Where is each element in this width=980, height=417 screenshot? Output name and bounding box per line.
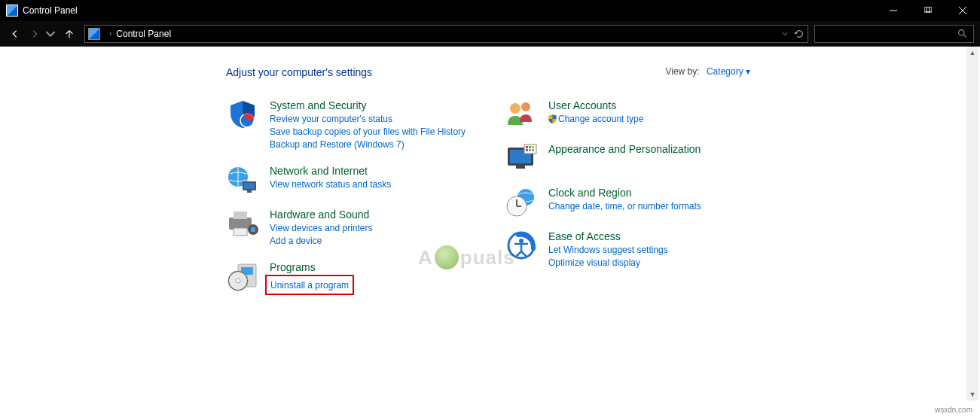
forward-button[interactable] xyxy=(26,25,44,43)
close-button[interactable] xyxy=(945,0,980,21)
maximize-button[interactable] xyxy=(911,0,945,21)
app-icon xyxy=(6,5,18,17)
search-icon xyxy=(957,29,967,38)
category-column-left: System and Security Review your computer… xyxy=(226,99,475,309)
svg-point-21 xyxy=(236,279,240,283)
category-title[interactable]: Programs xyxy=(270,261,475,273)
category-hardware: Hardware and Sound View devices and prin… xyxy=(226,208,475,248)
category-system-security: System and Security Review your computer… xyxy=(226,99,475,151)
address-chevron-down-icon[interactable] xyxy=(782,31,788,37)
category-ease-of-access: Ease of Access Let Windows suggest setti… xyxy=(505,230,746,269)
category-appearance: Appearance and Personalization xyxy=(505,143,746,173)
category-link[interactable]: Change date, time, or number formats xyxy=(548,200,746,213)
address-text: Control Panel xyxy=(116,29,171,39)
category-link[interactable]: Add a device xyxy=(270,235,475,248)
view-by-dropdown[interactable]: Category ▾ xyxy=(707,66,750,77)
category-link[interactable]: Change account type xyxy=(548,113,746,126)
printer-icon xyxy=(226,208,259,239)
page-heading: Adjust your computer's settings xyxy=(226,66,980,78)
svg-point-40 xyxy=(519,239,524,243)
highlighted-link: Uninstall a program xyxy=(265,275,354,295)
svg-rect-32 xyxy=(529,149,531,151)
refresh-icon[interactable] xyxy=(794,29,804,39)
people-icon xyxy=(505,99,538,129)
category-link[interactable]: Let Windows suggest settings xyxy=(548,244,746,257)
category-link[interactable]: View devices and printers xyxy=(270,222,475,235)
category-programs: Programs Uninstall a program xyxy=(226,261,475,295)
svg-rect-26 xyxy=(516,166,525,169)
category-title[interactable]: Ease of Access xyxy=(548,230,746,242)
category-link[interactable]: Review your computer's status xyxy=(270,113,475,126)
navbar: › Control Panel xyxy=(0,21,980,47)
category-title[interactable]: Network and Internet xyxy=(270,165,475,177)
minimize-button[interactable] xyxy=(876,0,911,21)
address-icon xyxy=(88,28,100,40)
history-dropdown[interactable] xyxy=(45,25,56,43)
svg-point-22 xyxy=(510,103,521,114)
category-title[interactable]: Appearance and Personalization xyxy=(548,143,746,155)
svg-rect-31 xyxy=(526,149,528,151)
category-title[interactable]: System and Security xyxy=(270,99,475,111)
window-title: Control Panel xyxy=(23,5,876,16)
category-title[interactable]: Clock and Region xyxy=(548,187,746,199)
category-network: Network and Internet View network status… xyxy=(226,165,475,195)
back-button[interactable] xyxy=(6,25,24,43)
category-user-accounts: User Accounts Change account type xyxy=(505,99,746,129)
category-link[interactable]: Backup and Restore (Windows 7) xyxy=(270,138,475,151)
footer-source: wsxdn.com xyxy=(935,406,972,414)
monitor-palette-icon xyxy=(505,143,538,173)
clock-globe-icon xyxy=(505,187,538,217)
svg-rect-10 xyxy=(244,183,255,189)
svg-rect-28 xyxy=(526,146,528,148)
svg-point-5 xyxy=(959,30,964,35)
svg-rect-16 xyxy=(251,227,255,232)
category-column-right: User Accounts Change account type Appear… xyxy=(505,99,746,309)
address-bar[interactable]: › Control Panel xyxy=(84,25,808,43)
category-link[interactable]: Save backup copies of your files with Fi… xyxy=(270,126,475,138)
view-by-label: View by: xyxy=(665,66,699,77)
svg-point-23 xyxy=(521,102,530,111)
search-box[interactable] xyxy=(814,25,974,43)
disc-box-icon xyxy=(226,261,259,291)
scroll-up-button[interactable]: ▲ xyxy=(966,47,978,59)
svg-line-6 xyxy=(963,35,966,37)
globe-network-icon xyxy=(226,165,259,195)
titlebar: Control Panel xyxy=(0,0,980,21)
category-title[interactable]: User Accounts xyxy=(548,99,746,111)
uac-shield-icon xyxy=(548,114,557,123)
vertical-scrollbar[interactable]: ▲ ▼ xyxy=(966,47,978,400)
category-title[interactable]: Hardware and Sound xyxy=(270,208,475,221)
category-link[interactable]: Optimize visual display xyxy=(548,257,746,269)
svg-rect-30 xyxy=(532,146,534,148)
chevron-right-icon: › xyxy=(109,29,111,38)
category-clock-region: Clock and Region Change date, time, or n… xyxy=(505,187,746,217)
svg-rect-13 xyxy=(234,212,247,219)
svg-rect-14 xyxy=(234,228,247,236)
ease-of-access-icon xyxy=(505,230,538,260)
shield-icon xyxy=(226,99,259,129)
content-area: Adjust your computer's settings View by:… xyxy=(0,47,980,400)
uninstall-program-link[interactable]: Uninstall a program xyxy=(270,280,349,291)
scroll-down-button[interactable]: ▼ xyxy=(966,388,978,400)
view-by-row: View by: Category ▾ xyxy=(665,66,750,77)
svg-rect-33 xyxy=(532,149,534,151)
svg-rect-29 xyxy=(529,146,531,148)
category-link[interactable]: View network status and tasks xyxy=(270,178,475,191)
svg-rect-11 xyxy=(247,190,252,193)
up-button[interactable] xyxy=(60,25,78,43)
